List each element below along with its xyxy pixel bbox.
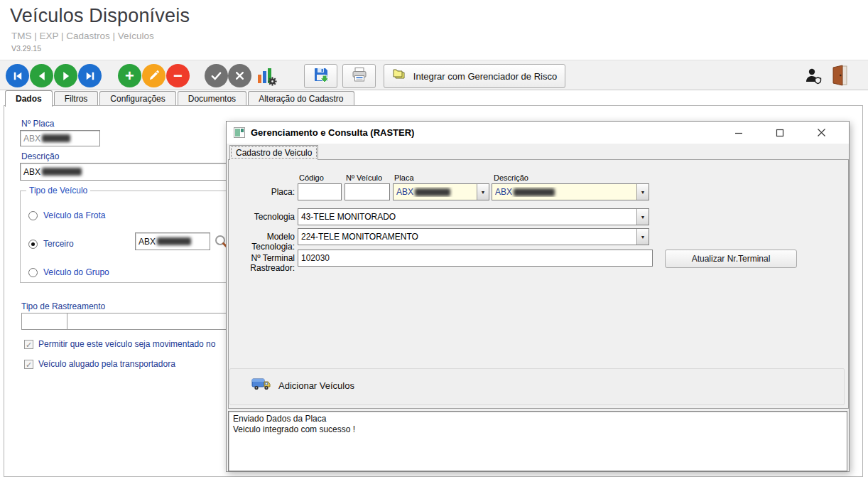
chevron-down-icon[interactable]: ▼ [477,184,489,200]
previous-record-icon [36,70,48,82]
last-record-button[interactable] [78,64,102,87]
add-button[interactable]: + [118,64,141,87]
radio-label: Veículo da Frota [43,210,105,220]
codigo-input[interactable] [298,183,342,200]
print-button[interactable] [342,64,376,88]
save-button[interactable] [304,64,337,88]
edit-button[interactable] [142,64,166,87]
app-window: Veículos Disponíveis TMS | EXP | Cadastr… [0,0,868,477]
tab-configuracoes[interactable]: Configurações [99,91,175,106]
chart-settings-button[interactable] [256,67,277,89]
minimize-button[interactable] [718,122,759,144]
checkbox-label: Veículo alugado pela transportadora [38,359,175,369]
chevron-down-icon[interactable]: ▼ [636,209,649,225]
adicionar-veiculos-label: Adicionar Veículos [278,380,354,391]
chevron-down-icon[interactable]: ▼ [636,229,649,245]
save-icon [313,66,330,86]
tab-filtros[interactable]: Filtros [54,91,99,106]
redacted-text [415,188,450,196]
col-header-nveiculo: Nº Veículo [346,173,382,182]
radio-terceiro[interactable]: Terceiro [28,239,74,249]
exit-door-icon [831,76,848,88]
confirm-icon [210,70,222,82]
col-header-placa: Placa [394,173,414,182]
atualizar-terminal-button[interactable]: Atualizar Nr.Terminal [665,250,797,268]
folders-icon [392,68,408,84]
dialog-title: Gerenciamento e Consulta (RASTER) [251,127,414,138]
chart-settings-icon [256,76,277,88]
last-record-icon [84,70,97,82]
exit-button[interactable] [831,65,848,89]
descricao-combobox[interactable]: ABX ▼ [492,183,649,200]
window-controls [718,122,842,144]
tipo-rastreamento-label: Tipo de Rastreamento [21,301,105,311]
maximize-button[interactable] [759,122,801,144]
radio-label: Terceiro [43,239,74,249]
dialog-titlebar[interactable]: Gerenciamento e Consulta (RASTER) [227,122,849,144]
checkbox-permitir-movimentacao[interactable]: ✓ Permitir que este veículo seja movimen… [24,339,215,349]
status-line: Veiculo integrado com sucesso ! [233,424,842,435]
previous-record-button[interactable] [30,64,53,87]
nveiculo-input[interactable] [345,183,390,200]
terceiro-placa-input[interactable]: ABX [135,232,210,250]
cancel-icon [234,70,245,81]
tab-dados[interactable]: Dados [5,90,53,107]
checkbox-label: Permitir que este veículo seja movimenta… [38,339,215,349]
close-button[interactable] [801,122,842,144]
checkbox-checked-icon: ✓ [24,360,33,369]
tecnologia-label: Tecnologia [232,212,295,222]
first-record-icon [11,70,24,82]
placa-combobox[interactable]: ABX ▼ [393,183,489,200]
placa-input[interactable]: ABX [20,130,100,146]
terminal-value: 102030 [301,253,330,263]
redacted-text [514,188,555,196]
radio-icon [28,240,38,249]
print-icon [351,66,368,86]
chevron-down-icon[interactable]: ▼ [636,184,649,200]
next-record-button[interactable] [54,64,77,87]
redacted-text [42,168,82,176]
delete-button[interactable]: − [166,64,190,87]
rastreamento-cell-codigo[interactable] [21,313,67,330]
col-header-codigo: Código [299,173,324,182]
descricao-combo-value: ABX [495,187,636,197]
add-icon: + [125,68,134,84]
confirm-button[interactable] [205,64,228,87]
radio-veiculo-grupo[interactable]: Veículo do Grupo [28,267,109,277]
tab-alteracao-cadastro[interactable]: Alteração do Cadastro [248,91,354,106]
tecnologia-combobox[interactable]: 43-TELE MONITORADO ▼ [298,208,649,225]
toolbar: + − [0,60,868,90]
descricao-value: ABX [23,167,40,177]
tab-documentos[interactable]: Documentos [178,91,246,106]
delete-icon: − [173,68,183,84]
breadcrumb: TMS | EXP | Cadastros | Veículos [11,31,154,41]
modelo-tecnologia-combobox[interactable]: 224-TELE MONITORAMENTO ▼ [298,228,649,245]
adicionar-veiculos-button[interactable]: Adicionar Veículos [251,376,354,395]
status-log[interactable]: Enviado Dados da Placa Veiculo integrado… [228,411,847,471]
user-shield-icon [804,75,823,87]
page-title: Veículos Disponíveis [10,5,190,27]
radio-label: Veículo do Grupo [43,267,109,277]
raster-dialog: Gerenciamento e Consulta (RASTER) Cadast… [226,121,850,472]
terminal-rastreador-input[interactable]: 102030 [298,250,653,267]
status-line: Enviado Dados da Placa [233,414,842,424]
tecnologia-value: 43-TELE MONITORADO [301,212,636,222]
cancel-button[interactable] [228,64,251,87]
col-header-descricao: Descrição [494,173,528,182]
placa-label: Nº Placa [21,119,54,129]
modelo-tecnologia-label: Modelo Tecnologia: [232,232,295,252]
checkbox-veiculo-alugado[interactable]: ✓ Veículo alugado pela transportadora [24,359,175,369]
next-record-icon [60,70,72,82]
user-permissions-button[interactable] [804,67,823,87]
first-record-button[interactable] [6,64,29,87]
main-tab-bar: Dados Filtros Configurações Documentos A… [5,91,356,106]
radio-veiculo-frota[interactable]: Veículo da Frota [28,210,105,220]
window-icon [234,127,245,141]
dialog-button-strip: Adicionar Veículos [229,368,845,405]
tipo-veiculo-legend: Tipo de Veículo [26,186,90,195]
terceiro-placa-value: ABX [139,237,156,247]
dialog-tab-cadastro-veiculo[interactable]: Cadastro de Veiculo [229,145,318,160]
dialog-placa-label: Placa: [232,187,295,197]
radio-icon [28,268,38,277]
integrate-risk-button[interactable]: Integrar com Gerenciador de Risco [384,64,565,88]
